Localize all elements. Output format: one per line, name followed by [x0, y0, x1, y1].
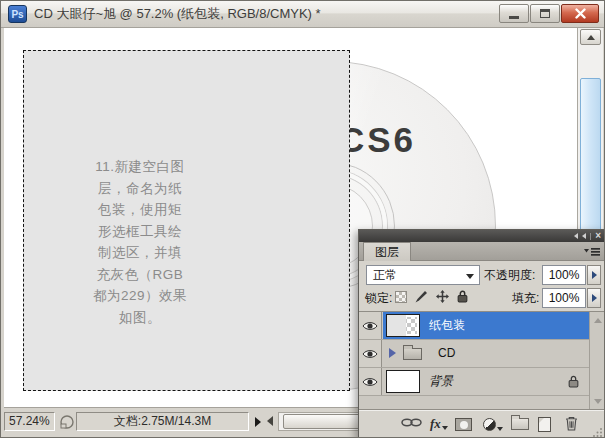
link-icon [401, 418, 422, 427]
lock-position-move-icon[interactable] [436, 290, 449, 303]
titlebar[interactable]: Ps CD 大眼仔~旭 @ 57.2% (纸包装, RGB/8/CMYK) * [1, 1, 604, 28]
scroll-up-icon[interactable] [594, 318, 602, 323]
visibility-toggle[interactable] [359, 340, 382, 367]
window-title: CD 大眼仔~旭 @ 57.2% (纸包装, RGB/8/CMYK) * [34, 1, 321, 28]
instruction-text: 11.新建空白图 层，命名为纸 包装，使用矩 形选框工具绘 制选区，并填 充灰色… [46, 156, 234, 328]
new-group-icon [511, 418, 529, 430]
layer-row-cd-group[interactable]: CD [359, 340, 605, 368]
window-controls [499, 4, 599, 23]
eye-icon [362, 321, 378, 331]
fill-spinner-button[interactable] [587, 288, 601, 308]
zoom-level-input[interactable]: 57.24% [4, 412, 55, 431]
document-size-status[interactable]: 文档:2.75M/14.3M [76, 412, 249, 431]
tab-layers[interactable]: 图层 [363, 242, 411, 261]
close-button[interactable] [561, 4, 599, 23]
layer-list: 纸包装 CD 背景 [359, 311, 605, 409]
scroll-up-button[interactable] [580, 29, 601, 45]
opacity-spinner-button[interactable] [587, 265, 601, 285]
instruction-line: 制选区，并填 [46, 242, 234, 264]
lock-all-icon[interactable] [457, 290, 468, 303]
layer-mask-icon [455, 418, 472, 431]
group-folder-icon [403, 348, 422, 360]
layer-thumbnail[interactable] [386, 314, 420, 337]
panel-resize-grip[interactable] [592, 427, 603, 438]
instruction-line: 层，命名为纸 [46, 178, 234, 200]
chevron-down-icon [442, 426, 448, 430]
link-layers-button[interactable] [401, 418, 422, 427]
horizontal-scrollbar-thumb[interactable] [283, 414, 363, 429]
status-options-button[interactable] [251, 412, 265, 431]
collapse-panel-icon[interactable] [582, 233, 586, 239]
layer-name: 背景 [429, 368, 453, 395]
selection-marching-ants[interactable]: 11.新建空白图 层，命名为纸 包装，使用矩 形选框工具绘 制选区，并填 充灰色… [23, 50, 350, 391]
layer-row-background[interactable]: 背景 [359, 368, 605, 396]
restore-button[interactable] [530, 4, 560, 23]
scroll-left-icon[interactable] [267, 416, 273, 426]
delete-layer-button[interactable] [565, 416, 578, 431]
spinner-caret-icon [592, 294, 597, 302]
panel-titlebar-divider [590, 233, 591, 240]
restore-icon [540, 9, 550, 18]
fill-label: 填充: [512, 288, 539, 308]
spinner-caret-icon [592, 271, 597, 279]
new-group-button[interactable] [511, 418, 529, 430]
blend-mode-select[interactable]: 正常 [366, 265, 480, 285]
opacity-label: 不透明度: [484, 265, 535, 285]
fx-icon: fx [430, 416, 441, 432]
instruction-line: 都为229）效果 [46, 285, 234, 307]
minimize-icon [509, 16, 519, 19]
lock-label: 锁定: [365, 288, 392, 308]
status-timer-icon [59, 414, 75, 430]
chevron-down-icon [497, 427, 503, 431]
instruction-line: 如图。 [46, 307, 234, 329]
chevron-down-icon [466, 274, 474, 279]
expand-group-icon[interactable] [389, 348, 396, 358]
layer-row-body[interactable]: 背景 [383, 368, 589, 395]
eye-icon [362, 349, 378, 359]
instruction-line: 形选框工具绘 [46, 221, 234, 243]
panel-close-button[interactable]: × [595, 231, 601, 241]
layer-name: 纸包装 [429, 312, 465, 339]
collapse-panel-icon[interactable] [574, 233, 578, 239]
adjustment-icon [483, 418, 496, 431]
layer-row-body[interactable]: CD [383, 340, 589, 367]
layer-row-paper-packaging[interactable]: 纸包装 [359, 312, 605, 340]
scroll-down-icon[interactable] [594, 399, 602, 404]
lock-transparency-icon[interactable] [395, 291, 407, 303]
layer-controls: 正常 不透明度: 100% 锁定: 填充: 100% [359, 261, 605, 311]
instruction-line: 充灰色（RGB [46, 264, 234, 286]
close-icon [575, 8, 586, 19]
panel-tab-bar: 图层 [359, 242, 605, 261]
layers-panel: × 图层 正常 不透明度: 100% 锁定: [358, 229, 605, 438]
panel-bottom-toolbar: fx [359, 409, 605, 438]
layer-thumbnail[interactable] [386, 370, 420, 393]
instruction-line: 11.新建空白图 [46, 156, 234, 178]
layer-row-body[interactable]: 纸包装 [383, 312, 589, 339]
photoshop-document-window: Ps CD 大眼仔~旭 @ 57.2% (纸包装, RGB/8/CMYK) * … [0, 0, 605, 438]
blend-mode-value: 正常 [373, 268, 397, 282]
visibility-toggle[interactable] [359, 312, 382, 339]
cd-disc-label: CS6 [339, 120, 416, 160]
panel-menu-icon[interactable] [584, 247, 600, 257]
trash-icon [565, 416, 578, 431]
fill-input[interactable]: 100% [542, 288, 586, 308]
panel-titlebar[interactable]: × [359, 230, 605, 242]
new-layer-button[interactable] [538, 417, 551, 432]
scroll-up-icon [587, 35, 595, 40]
layer-style-button[interactable]: fx [430, 416, 448, 432]
photoshop-app-icon: Ps [8, 5, 27, 23]
layer-list-scrollbar[interactable] [589, 312, 605, 410]
eye-icon [362, 377, 378, 387]
layer-name: CD [438, 340, 455, 367]
new-layer-icon [538, 417, 551, 432]
minimize-button[interactable] [499, 4, 529, 23]
lock-buttons [395, 290, 468, 303]
adjustment-layer-button[interactable] [483, 418, 503, 431]
opacity-input[interactable]: 100% [542, 265, 586, 285]
status-expand-icon [255, 417, 261, 427]
lock-pixels-brush-icon[interactable] [415, 290, 428, 303]
add-layer-mask-button[interactable] [455, 418, 472, 431]
layer-lock-icon [568, 375, 579, 388]
visibility-toggle[interactable] [359, 368, 382, 395]
instruction-line: 包装，使用矩 [46, 199, 234, 221]
